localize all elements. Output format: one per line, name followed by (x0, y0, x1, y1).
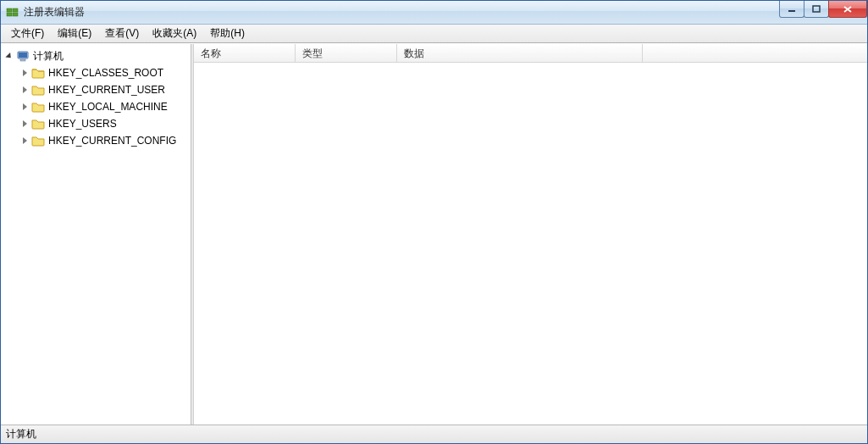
folder-icon (31, 117, 45, 130)
tree-node-hklm[interactable]: HKEY_LOCAL_MACHINE (16, 98, 191, 115)
status-path: 计算机 (6, 427, 36, 441)
list-pane: 名称 类型 数据 (194, 44, 867, 425)
maximize-icon (812, 5, 821, 14)
menu-edit[interactable]: 编辑(E) (51, 25, 98, 42)
column-header-name[interactable]: 名称 (194, 44, 296, 62)
tree-node-hkcr[interactable]: HKEY_CLASSES_ROOT (16, 64, 191, 81)
titlebar[interactable]: 注册表编辑器 (1, 1, 867, 25)
tree-node-label: HKEY_LOCAL_MACHINE (48, 101, 168, 113)
expander-icon[interactable] (19, 68, 30, 78)
svg-rect-4 (788, 10, 795, 12)
tree-node-label: HKEY_CURRENT_CONFIG (48, 135, 176, 147)
svg-rect-7 (19, 53, 27, 58)
expander-icon[interactable] (4, 51, 14, 61)
folder-icon (31, 66, 45, 80)
maximize-button[interactable] (804, 1, 829, 18)
folder-icon (31, 134, 45, 147)
statusbar: 计算机 (1, 425, 867, 443)
tree-root-computer[interactable]: 计算机 (1, 47, 191, 64)
content-area: 计算机 HKEY_CLASSES_ROOT HKEY_CURRENT_USE (1, 43, 867, 425)
tree-node-hku[interactable]: HKEY_USERS (16, 115, 191, 132)
svg-rect-1 (13, 8, 18, 12)
column-header-type[interactable]: 类型 (296, 44, 397, 62)
menu-file[interactable]: 文件(F) (4, 25, 51, 42)
menu-help[interactable]: 帮助(H) (203, 25, 252, 42)
svg-rect-0 (7, 8, 12, 12)
column-header-data[interactable]: 数据 (397, 44, 643, 62)
close-button[interactable] (828, 1, 867, 18)
menu-favorites[interactable]: 收藏夹(A) (146, 25, 203, 42)
column-header-spacer[interactable] (643, 44, 867, 62)
folder-icon (31, 83, 45, 97)
expander-icon[interactable] (19, 119, 30, 129)
window-controls (780, 1, 867, 18)
folder-icon (31, 100, 45, 114)
tree-node-label: 计算机 (33, 49, 64, 64)
list-body[interactable] (194, 63, 867, 425)
tree-node-label: HKEY_CLASSES_ROOT (48, 67, 163, 79)
svg-rect-8 (20, 59, 25, 61)
tree-children: HKEY_CLASSES_ROOT HKEY_CURRENT_USER HKEY… (1, 64, 191, 149)
expander-icon[interactable] (19, 85, 30, 95)
list-header: 名称 类型 数据 (194, 44, 867, 63)
svg-rect-5 (813, 6, 820, 12)
expander-icon[interactable] (19, 102, 30, 112)
app-icon (6, 6, 19, 19)
computer-icon (16, 49, 30, 63)
menu-view[interactable]: 查看(V) (98, 25, 146, 42)
tree-node-label: HKEY_USERS (48, 118, 117, 130)
minimize-icon (788, 5, 796, 14)
menubar: 文件(F) 编辑(E) 查看(V) 收藏夹(A) 帮助(H) (1, 25, 867, 43)
tree-pane[interactable]: 计算机 HKEY_CLASSES_ROOT HKEY_CURRENT_USE (1, 44, 191, 425)
tree-node-hkcu[interactable]: HKEY_CURRENT_USER (16, 81, 191, 98)
window-title: 注册表编辑器 (24, 5, 85, 19)
minimize-button[interactable] (779, 1, 804, 18)
app-window: 注册表编辑器 文件(F) 编辑(E) 查看(V) 收藏夹(A) (0, 0, 868, 444)
tree-node-hkcc[interactable]: HKEY_CURRENT_CONFIG (16, 132, 191, 149)
expander-icon[interactable] (19, 136, 30, 146)
close-icon (843, 5, 853, 14)
tree-node-label: HKEY_CURRENT_USER (48, 84, 165, 96)
svg-rect-2 (7, 13, 12, 16)
svg-rect-3 (13, 13, 18, 16)
